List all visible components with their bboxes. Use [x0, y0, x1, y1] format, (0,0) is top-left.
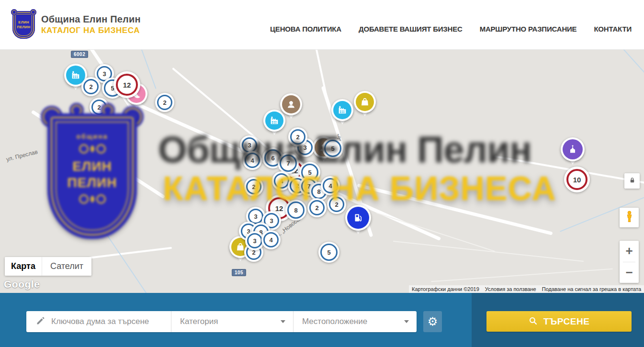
attribution-report-link[interactable]: Подаване на сигнал за грешка в картата	[539, 286, 644, 292]
marker-layer: 1222333251222564754227842212833383451060…	[0, 50, 644, 293]
advanced-search-button[interactable]: ⚙	[423, 311, 442, 332]
cluster-marker[interactable]: 4	[243, 151, 262, 170]
crest-text: ПЕЛИН	[17, 25, 31, 29]
search-icon	[529, 316, 538, 327]
nav-add-your-business[interactable]: ДОБАВЕТЕ ВАШИЯТ БИЗНЕС	[359, 25, 463, 33]
map-type-satellite-button[interactable]: Сателит	[42, 257, 91, 276]
category-select-label: Категория	[180, 317, 218, 326]
search-button-label: ТЪРСЕНЕ	[543, 316, 590, 327]
site-logo[interactable]: ЕЛИН ПЕЛИН Община Елин Пелин КАТАЛОГ НА …	[12, 11, 141, 39]
map-type-control: Карта Сателит	[5, 257, 91, 276]
cluster-marker[interactable]: 5	[322, 138, 343, 159]
road-number-badge: 105	[232, 269, 246, 276]
street-label: ул. Преслав	[5, 148, 38, 163]
gear-icon: ⚙	[428, 315, 438, 328]
nav-contacts[interactable]: КОНТАКТИ	[594, 25, 632, 33]
search-action-panel: ТЪРСЕНЕ	[472, 293, 644, 347]
cluster-marker[interactable]: 2	[155, 93, 174, 112]
cluster-marker[interactable]: 7	[278, 153, 299, 174]
pencil-icon	[36, 316, 45, 327]
worker-pin-marker[interactable]	[280, 93, 302, 115]
keyword-field	[26, 311, 171, 332]
header: ЕЛИН ПЕЛИН Община Елин Пелин КАТАЛОГ НА …	[0, 0, 644, 50]
cluster-marker[interactable]: 2	[327, 195, 346, 214]
cluster-marker[interactable]: 2	[288, 127, 307, 146]
cluster-marker[interactable]: 2	[90, 98, 109, 117]
cluster-marker[interactable]: 2	[307, 198, 327, 217]
zoom-control: + −	[620, 241, 639, 283]
keyword-input[interactable]	[51, 317, 161, 326]
category-select[interactable]: Категория	[171, 311, 293, 332]
search-fields-group: Категория Местоположение	[26, 311, 417, 332]
cluster-marker[interactable]: 10	[564, 167, 590, 192]
cluster-marker[interactable]: 4	[261, 230, 281, 249]
cluster-marker[interactable]: 5	[318, 242, 339, 263]
logo-text: Община Елин Пелин КАТАЛОГ НА БИЗНЕСА	[41, 14, 141, 35]
factory-pin-marker[interactable]	[331, 99, 353, 121]
main-nav: ЦЕНОВА ПОЛИТИКА ДОБАВЕТЕ ВАШИЯТ БИЗНЕС М…	[270, 16, 632, 33]
cluster-marker[interactable]: 8	[285, 200, 306, 221]
zoom-out-button[interactable]: −	[620, 262, 639, 283]
site-subtitle: КАТАЛОГ НА БИЗНЕСА	[41, 26, 141, 35]
nav-route-schedule[interactable]: МАРШРУТНО РАЗПИСАНИЕ	[480, 25, 577, 33]
fuel-pin-marker[interactable]	[345, 205, 371, 231]
lock-icon	[629, 177, 636, 186]
page: ЕЛИН ПЕЛИН Община Елин Пелин КАТАЛОГ НА …	[0, 0, 644, 347]
cluster-marker[interactable]: 12	[113, 71, 140, 98]
bag-pin-marker[interactable]	[354, 91, 376, 113]
map-canvas[interactable]: 1222333251222564754227842212833383451060…	[0, 50, 644, 293]
cluster-marker[interactable]: 2	[81, 77, 101, 96]
nav-pricing-policy[interactable]: ЦЕНОВА ПОЛИТИКА	[270, 25, 341, 33]
chevron-down-icon	[404, 320, 409, 323]
attribution-terms-link[interactable]: Условия за ползване	[482, 286, 539, 292]
church-pin-marker[interactable]	[561, 137, 585, 161]
chevron-down-icon	[281, 320, 285, 323]
municipality-crest-icon: ЕЛИН ПЕЛИН	[12, 11, 35, 39]
site-title: Община Елин Пелин	[41, 14, 141, 25]
lock-button[interactable]	[624, 173, 640, 189]
location-select-label: Местоположение	[302, 317, 367, 326]
cluster-marker[interactable]: 4	[321, 176, 340, 195]
pegman-icon	[623, 210, 636, 225]
pegman-control[interactable]	[620, 208, 639, 227]
road-number-badge: 6002	[71, 51, 88, 58]
attribution-copyright: Картографски данни ©2019	[409, 286, 482, 292]
map-type-map-button[interactable]: Карта	[5, 257, 42, 276]
search-button[interactable]: ТЪРСЕНЕ	[486, 311, 632, 332]
zoom-in-button[interactable]: +	[620, 241, 639, 262]
location-select[interactable]: Местоположение	[294, 311, 417, 332]
google-logo: Google	[4, 279, 40, 290]
crest-text: ЕЛИН	[18, 20, 29, 24]
map-attribution: Картографски данни ©2019 Условия за полз…	[409, 285, 644, 293]
cluster-marker[interactable]: 2	[244, 177, 263, 196]
search-panel: ТЪРСЕНЕ Категория Местоположение ⚙	[0, 293, 644, 347]
